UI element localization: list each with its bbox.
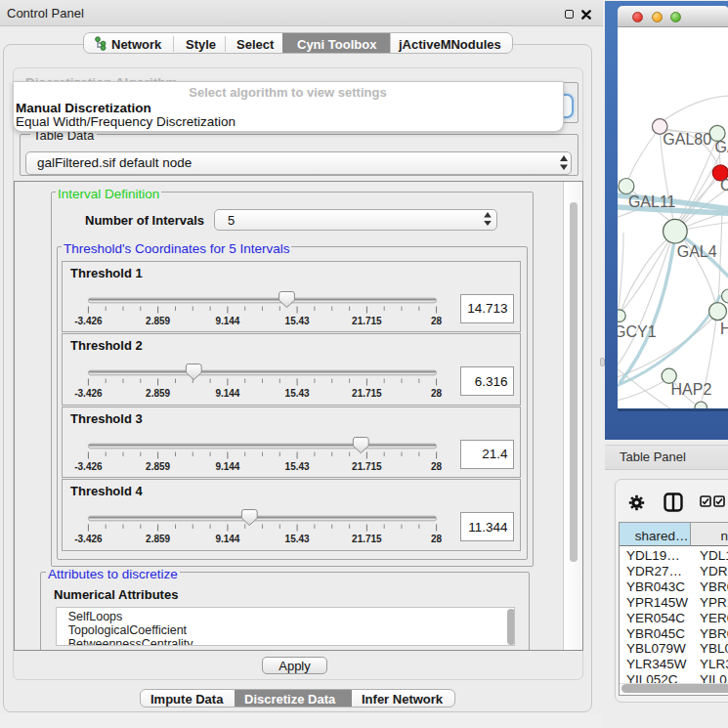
svg-text:-3.426: -3.426: [74, 460, 103, 471]
svg-text:CY: CY: [720, 176, 728, 193]
svg-text:HAP2: HAP2: [670, 380, 711, 397]
svg-text:2.859: 2.859: [146, 315, 170, 325]
svg-text:21.715: 21.715: [352, 315, 382, 325]
svg-text:28: 28: [431, 460, 443, 471]
svg-text:21.715: 21.715: [352, 460, 382, 471]
svg-text:9.144: 9.144: [215, 534, 239, 544]
svg-text:HI: HI: [720, 321, 728, 337]
svg-text:-3.426: -3.426: [74, 534, 103, 544]
svg-text:28: 28: [431, 388, 443, 399]
svg-text:2.859: 2.859: [146, 460, 170, 471]
svg-text:2.859: 2.859: [146, 534, 170, 544]
svg-text:-3.426: -3.426: [74, 388, 103, 399]
svg-text:9.144: 9.144: [215, 388, 239, 399]
svg-text:21.715: 21.715: [352, 534, 382, 544]
svg-text:15.43: 15.43: [285, 460, 310, 471]
svg-text:21.715: 21.715: [352, 388, 382, 399]
svg-text:15.43: 15.43: [285, 534, 310, 544]
svg-text:15.43: 15.43: [285, 388, 310, 399]
svg-text:GAL4: GAL4: [676, 242, 716, 259]
svg-text:GAL80: GAL80: [663, 130, 711, 147]
svg-text:GAL: GAL: [714, 139, 728, 155]
svg-text:GCY1: GCY1: [618, 323, 657, 340]
svg-text:GAL11: GAL11: [627, 193, 675, 210]
svg-text:-3.426: -3.426: [74, 315, 103, 325]
svg-text:2.859: 2.859: [146, 388, 170, 399]
svg-text:9.144: 9.144: [215, 460, 239, 471]
svg-text:28: 28: [431, 315, 443, 325]
svg-text:28: 28: [431, 534, 443, 544]
svg-text:9.144: 9.144: [215, 315, 239, 325]
svg-text:15.43: 15.43: [285, 315, 310, 325]
